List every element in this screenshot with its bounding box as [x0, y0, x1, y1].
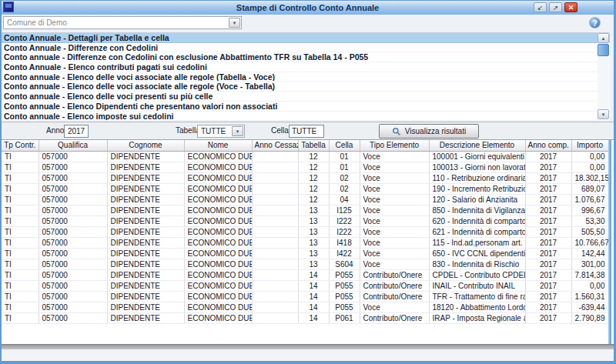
table-cell: TI	[2, 172, 38, 183]
table-cell: 057000	[38, 194, 107, 205]
column-header[interactable]: Qualifica	[38, 140, 107, 151]
table-cell: Voce	[360, 183, 429, 194]
table-cell: DIPENDENTE	[107, 226, 184, 237]
table-cell	[252, 205, 298, 215]
table-cell: 057000	[38, 162, 107, 172]
table-cell: 02	[329, 183, 360, 194]
table-cell: P061	[329, 312, 360, 323]
table-cell: ECONOMICO DUE	[184, 302, 252, 312]
table-cell: DIPENDENTE	[107, 269, 184, 280]
table-cell: 057000	[38, 312, 107, 323]
company-combobox[interactable]: Comune di Demo ▼	[3, 16, 242, 29]
table-row[interactable]: TI057000DIPENDENTEECONOMICO DUE14P055Con…	[2, 280, 608, 291]
table-horizontal-scrollbar[interactable]	[2, 344, 614, 349]
scrollbar-track[interactable]	[598, 56, 609, 109]
column-header[interactable]: Cognome	[107, 140, 184, 151]
table-row[interactable]: TI057000DIPENDENTEECONOMICO DUE14P055Voc…	[2, 302, 608, 312]
table-cell: ECONOMICO DUE	[184, 183, 252, 194]
table-row[interactable]: TI057000DIPENDENTEECONOMICO DUE1202Voce1…	[2, 183, 608, 194]
table-cell: 14	[298, 312, 329, 323]
table-row[interactable]: TI057000DIPENDENTEECONOMICO DUE13I125Voc…	[2, 205, 608, 215]
table-cell: 621 - Indennità di comparto - quota F	[429, 226, 525, 237]
table-cell: DIPENDENTE	[107, 172, 184, 183]
report-list-item[interactable]: Conto annuale - Elenco Dipendenti che pr…	[2, 102, 610, 112]
restore-icon[interactable]: ↗	[549, 2, 562, 12]
scroll-up-icon[interactable]: ▲	[598, 33, 609, 43]
table-row[interactable]: TI057000DIPENDENTEECONOMICO DUE1201Voce1…	[2, 151, 608, 162]
table-cell: 2.790,89	[571, 312, 608, 323]
anno-input[interactable]	[64, 125, 89, 138]
table-cell: 01	[329, 151, 360, 162]
report-list-item[interactable]: Conto annuale - Elenco delle voci associ…	[2, 82, 610, 92]
report-list-item[interactable]: Conto Annuale - Dettagli per Tabella e c…	[2, 33, 610, 43]
column-header[interactable]: Tabella	[298, 140, 329, 151]
table-cell: 13	[298, 259, 329, 269]
tabella-combobox[interactable]: TUTTE ▼	[197, 125, 245, 138]
table-row[interactable]: TI057000DIPENDENTEECONOMICO DUE1202Voce1…	[2, 172, 608, 183]
column-header[interactable]: Anno comp.	[525, 140, 571, 151]
table-cell	[252, 151, 298, 162]
table-cell: P055	[329, 269, 360, 280]
cella-input[interactable]	[289, 125, 324, 138]
report-list-item[interactable]: Conto annuale - Elenco delle voci presen…	[2, 92, 610, 102]
tabella-combobox-arrow-button[interactable]: ▼	[232, 126, 243, 136]
table-row[interactable]: TI057000DIPENDENTEECONOMICO DUE13I422Voc…	[2, 248, 608, 259]
table-cell: CPDEL - Contributo CPDEL	[429, 269, 525, 280]
table-row[interactable]: TI057000DIPENDENTEECONOMICO DUE14P061Con…	[2, 312, 608, 323]
close-icon[interactable]: ✕	[564, 2, 578, 12]
column-header[interactable]: Importo	[571, 140, 608, 151]
report-list-item[interactable]: Conto annuale - Differenze con Cedolini …	[2, 52, 610, 62]
table-row[interactable]: TI057000DIPENDENTEECONOMICO DUE13S604Voc…	[2, 259, 608, 269]
minimize-icon[interactable]: ↙	[534, 2, 547, 12]
scroll-down-icon[interactable]: ▼	[598, 109, 609, 119]
column-header[interactable]: Descrizione Elemento	[429, 140, 525, 151]
column-header[interactable]: Anno Cessaz.	[252, 140, 298, 151]
table-vertical-scrollbar[interactable]	[608, 140, 611, 344]
table-cell: 13	[298, 248, 329, 259]
table-cell: ECONOMICO DUE	[184, 205, 252, 215]
table-row[interactable]: TI057000DIPENDENTEECONOMICO DUE1201Voce1…	[2, 162, 608, 172]
table-cell: 14	[298, 302, 329, 312]
column-header[interactable]: Tp Contr.	[2, 140, 38, 151]
help-icon[interactable]: ?	[589, 17, 601, 28]
table-cell: TI	[2, 162, 38, 172]
table-cell: 057000	[38, 291, 107, 302]
table-row[interactable]: TI057000DIPENDENTEECONOMICO DUE13I222Voc…	[2, 226, 608, 237]
report-list-item[interactable]: Conto annuale - Elenco delle voci associ…	[2, 72, 610, 82]
table-cell: Voce	[360, 205, 429, 215]
table-cell: 14	[298, 269, 329, 280]
table-cell: 057000	[38, 215, 107, 226]
titlebar[interactable]: Stampe di Controllo Conto Annuale ↙ ↗ ✕	[2, 1, 614, 15]
report-list-item[interactable]: Conto Annuale - Differenze con Cedolini	[2, 43, 610, 53]
table-cell: 10.766,67	[571, 237, 608, 248]
table-cell: INAIL - Contributo INAIL	[429, 280, 525, 291]
table-cell	[252, 194, 298, 205]
table-cell: 650 - IVC CCNL dipendenti Biennio 20	[429, 248, 525, 259]
table-row[interactable]: TI057000DIPENDENTEECONOMICO DUE1204Voce1…	[2, 194, 608, 205]
list-scrollbar[interactable]: ▲ ▼	[598, 33, 609, 119]
column-header[interactable]: Cella	[329, 140, 360, 151]
visualizza-risultati-button[interactable]: Visualizza risultati	[379, 124, 479, 139]
scrollbar-thumb[interactable]	[598, 44, 609, 56]
table-cell: 2017	[525, 312, 571, 323]
table-row[interactable]: TI057000DIPENDENTEECONOMICO DUE13I418Voc…	[2, 237, 608, 248]
table-cell	[252, 172, 298, 183]
table-row[interactable]: TI057000DIPENDENTEECONOMICO DUE14P055Con…	[2, 291, 608, 302]
table-cell: 7.814,38	[571, 269, 608, 280]
table-cell: -639,44	[571, 302, 608, 312]
table-row[interactable]: TI057000DIPENDENTEECONOMICO DUE14P055Con…	[2, 269, 608, 280]
report-list-item[interactable]: Conto annuale - Elenco imposte sui cedol…	[2, 112, 610, 121]
table-cell: 14	[298, 280, 329, 291]
table-row[interactable]: TI057000DIPENDENTEECONOMICO DUE13I222Voc…	[2, 215, 608, 226]
table-cell: 2017	[525, 226, 571, 237]
table-cell: 620 - Indennità di comparto - quota b	[429, 215, 525, 226]
table-cell	[252, 302, 298, 312]
report-list-item[interactable]: Conto Annuale - Elenco contributi pagati…	[2, 62, 610, 72]
app-icon	[3, 2, 14, 12]
table-cell: TI	[2, 194, 38, 205]
column-header[interactable]: Tipo Elemento	[360, 140, 429, 151]
company-combobox-arrow-button[interactable]: ▼	[229, 18, 240, 28]
magnifier-icon	[392, 127, 401, 136]
table-cell: 02	[329, 172, 360, 183]
column-header[interactable]: Nome	[184, 140, 252, 151]
